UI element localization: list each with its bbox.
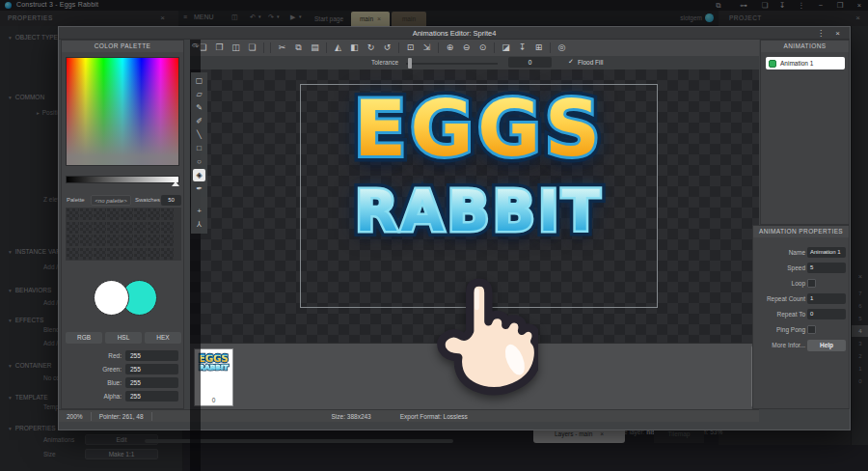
flip-vertical-icon[interactable]: ◭ bbox=[333, 41, 343, 55]
new-file-icon[interactable]: ❏ bbox=[198, 41, 208, 55]
swatch-cell[interactable] bbox=[161, 222, 174, 234]
save-icon[interactable]: ◫ bbox=[231, 41, 241, 55]
resize-icon[interactable]: ⇲ bbox=[421, 41, 432, 55]
ellipse-tool[interactable]: ○ bbox=[193, 155, 205, 168]
layer-number[interactable]: 1 bbox=[852, 363, 868, 374]
animation-list-item[interactable]: Animation 1 bbox=[766, 57, 845, 69]
color-gradient-picker[interactable] bbox=[66, 57, 179, 166]
dialog-close-icon[interactable]: × bbox=[835, 29, 840, 38]
properties-close-icon[interactable]: × bbox=[160, 14, 165, 22]
repeat-count-field[interactable]: 1 bbox=[807, 293, 846, 304]
repeat-to-field[interactable]: 0 bbox=[807, 309, 846, 319]
layer-number[interactable]: 3 bbox=[852, 338, 868, 349]
rectangle-select-tool[interactable]: ▢ bbox=[193, 74, 205, 87]
save-icon[interactable]: ◫ bbox=[231, 14, 238, 21]
rectangle-tool[interactable]: □ bbox=[193, 142, 205, 154]
horizontal-scrollbar[interactable] bbox=[145, 439, 453, 443]
make-1-1-button[interactable]: Make 1:1 bbox=[85, 449, 158, 459]
tolerance-value-field[interactable]: 0 bbox=[508, 57, 552, 68]
tolerance-slider-handle[interactable] bbox=[408, 58, 412, 69]
value-slider-marker[interactable] bbox=[172, 181, 179, 186]
swatch-cell[interactable] bbox=[148, 248, 160, 260]
play-icon[interactable]: ▶ bbox=[290, 14, 295, 21]
swatches-count-field[interactable]: 50 bbox=[161, 195, 181, 206]
swatch-cell[interactable] bbox=[121, 222, 133, 234]
onion-skin-icon[interactable]: ◎ bbox=[556, 41, 567, 55]
layer-number[interactable]: 7 bbox=[852, 288, 868, 299]
menu-button[interactable]: MENU bbox=[194, 14, 214, 20]
keys-icon[interactable]: ⊶ bbox=[737, 0, 750, 11]
clipboard-icon[interactable]: ⧉ bbox=[712, 0, 725, 11]
swatch-cell[interactable] bbox=[134, 222, 147, 234]
origin-tool[interactable]: + bbox=[193, 205, 205, 217]
swatch-cell[interactable] bbox=[148, 222, 160, 234]
swatch-cell[interactable] bbox=[148, 208, 160, 220]
swatch-cell[interactable] bbox=[148, 235, 160, 246]
rotate-clockwise-icon[interactable]: ↻ bbox=[366, 41, 376, 55]
swatch-cell[interactable] bbox=[67, 208, 79, 220]
hamburger-icon[interactable]: ≡ bbox=[183, 14, 187, 20]
zoom-out-icon[interactable]: ⊖ bbox=[461, 41, 472, 55]
swatch-cell[interactable] bbox=[94, 222, 106, 234]
kebab-menu-icon[interactable]: ⋮ bbox=[795, 0, 808, 11]
section-common[interactable]: ▾COMMON bbox=[9, 94, 44, 100]
zoom-in-icon[interactable]: ⊕ bbox=[445, 41, 455, 55]
play-caret-icon[interactable]: ▾ bbox=[299, 14, 302, 19]
swatch-cell[interactable] bbox=[94, 208, 106, 220]
section-behaviors[interactable]: ▾BEHAVIORS bbox=[9, 287, 51, 293]
layer-number-selected[interactable]: 4 bbox=[852, 325, 868, 337]
tolerance-slider-track[interactable] bbox=[406, 63, 498, 65]
account-name[interactable]: slotgem bbox=[680, 14, 702, 21]
line-tool[interactable]: ╲ bbox=[193, 128, 205, 141]
background-color-icon[interactable]: ◪ bbox=[501, 41, 511, 55]
swatch-cell[interactable] bbox=[107, 235, 120, 246]
swatch-cell[interactable] bbox=[80, 248, 93, 260]
swatch-cell[interactable] bbox=[134, 248, 147, 260]
foreground-color-circle[interactable] bbox=[94, 280, 129, 316]
eraser-tool[interactable]: ▱ bbox=[193, 88, 205, 100]
swatch-cell[interactable] bbox=[94, 248, 106, 260]
speed-field[interactable]: 5 bbox=[807, 263, 846, 273]
swatch-cell[interactable] bbox=[121, 248, 133, 260]
swatch-cell[interactable] bbox=[107, 248, 120, 260]
blue-field[interactable]: 255 bbox=[125, 377, 178, 388]
pencil-tool[interactable]: ✎ bbox=[193, 101, 205, 114]
paste-icon[interactable]: ▤ bbox=[310, 41, 320, 55]
close-window-icon[interactable]: × bbox=[853, 0, 866, 11]
swatch-cell[interactable] bbox=[161, 248, 174, 260]
rgb-mode-button[interactable]: RGB bbox=[66, 332, 102, 344]
loop-checkbox[interactable] bbox=[807, 279, 816, 288]
frame-thumbnail[interactable]: EGGSEGGSEGGS RABBITRABBITRABBIT 0 bbox=[194, 348, 233, 406]
brush-tool[interactable]: ✐ bbox=[193, 115, 205, 127]
ping-pong-checkbox[interactable] bbox=[807, 325, 816, 334]
value-slider[interactable] bbox=[66, 176, 179, 183]
swatch-grid[interactable] bbox=[66, 208, 181, 261]
swatch-cell[interactable] bbox=[134, 235, 147, 246]
swatch-cell[interactable] bbox=[67, 248, 79, 260]
image-points-tool[interactable]: ⅄ bbox=[193, 218, 205, 231]
layer-number[interactable]: 6 bbox=[852, 300, 868, 312]
swatch-cell[interactable] bbox=[161, 208, 174, 220]
hex-mode-button[interactable]: HEX bbox=[145, 332, 181, 344]
account-avatar[interactable] bbox=[705, 14, 714, 22]
tab-main-2[interactable]: main bbox=[392, 12, 426, 26]
green-field[interactable]: 255 bbox=[125, 364, 178, 374]
swatch-cell[interactable] bbox=[161, 235, 174, 246]
open-folder-icon[interactable]: ❐ bbox=[214, 41, 225, 55]
swatch-cell[interactable] bbox=[80, 235, 93, 246]
dialog-kebab-icon[interactable]: ⋮ bbox=[817, 29, 825, 38]
tab-main-active[interactable]: main× bbox=[351, 12, 390, 26]
eyedropper-tool[interactable]: ✒ bbox=[193, 182, 205, 195]
redo-caret-icon[interactable]: ▾ bbox=[277, 14, 280, 19]
undo-icon[interactable]: ↶ bbox=[250, 14, 256, 21]
name-field[interactable]: Animation 1 bbox=[807, 247, 846, 258]
cut-icon[interactable]: ✂ bbox=[277, 41, 287, 55]
export-icon[interactable]: ↧ bbox=[517, 41, 528, 55]
flood-fill-checkbox[interactable]: ✓ bbox=[568, 58, 574, 66]
page-icon[interactable]: ❏ bbox=[758, 0, 772, 11]
alpha-field[interactable]: 255 bbox=[125, 391, 178, 402]
section-template[interactable]: ▾TEMPLATE bbox=[9, 394, 48, 401]
swatch-cell[interactable] bbox=[107, 208, 120, 220]
swatch-cell[interactable] bbox=[94, 235, 106, 246]
layer-number[interactable]: 2 bbox=[852, 350, 868, 362]
